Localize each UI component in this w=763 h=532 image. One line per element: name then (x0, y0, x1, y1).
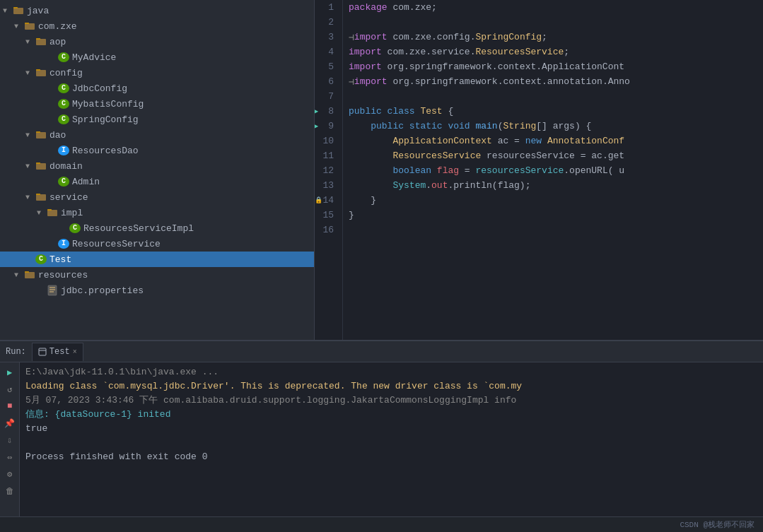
svg-rect-10 (36, 131, 40, 133)
code-line-9: public static void main(String[] args) { (349, 119, 757, 134)
tree-item-dao[interactable]: ▼ dao (0, 127, 314, 143)
svg-rect-9 (36, 132, 46, 138)
tree-item-service[interactable]: ▼ service (0, 189, 314, 205)
run-scroll-btn[interactable]: ⇩ (3, 433, 17, 447)
folder-icon-dao (35, 129, 47, 141)
tree-item-jdbcconfig[interactable]: ▶ C JdbcConfig (0, 81, 314, 96)
folder-icon-domain (35, 160, 47, 172)
tree-item-aop[interactable]: ▼ aop (0, 34, 314, 49)
label-myadvice: MyAdvice (72, 52, 116, 63)
tree-item-comzxe[interactable]: ▼ com.zxe (0, 18, 314, 34)
import5-name: org.springframework.context.ApplicationC… (388, 61, 624, 72)
run-wrap-btn[interactable]: ⇔ (3, 450, 17, 464)
label-domain: domain (49, 161, 83, 172)
ln-1: 1 (320, 0, 334, 15)
tree-item-domain[interactable]: ▼ domain (0, 158, 314, 174)
folder-icon-aop (35, 36, 47, 47)
run-filter-btn[interactable]: 🗑 (3, 484, 17, 498)
ln-2: 2 (320, 15, 334, 30)
run-stop-btn[interactable]: ■ (3, 399, 17, 413)
run-play-btn[interactable]: ▶ (3, 365, 17, 379)
class-icon-admin: C (58, 177, 69, 187)
tree-item-mybatisconfig[interactable]: ▶ C MybatisConfig (0, 96, 314, 112)
folder-icon-impl (47, 207, 58, 218)
label-dao: dao (49, 130, 66, 141)
code-line-14: } (349, 193, 757, 208)
tree-item-resourcesserviceimpl[interactable]: ▶ C ResourcesServiceImpl (0, 220, 314, 236)
debug-arrow-9: ▶ (315, 121, 318, 131)
folder-icon-service (35, 191, 47, 203)
console-text-4: 信息: {dataSource-1} inited (25, 408, 170, 422)
svg-rect-17 (25, 272, 35, 278)
run-tab-test[interactable]: Test × (32, 343, 83, 361)
import4-name: com.zxe.service. (388, 47, 476, 57)
console-text[interactable]: E:\Java\jdk-11.0.1\bin\java.exe ... Load… (20, 362, 763, 516)
class-icon-test: C (35, 254, 47, 264)
run-pin-btn[interactable]: 📌 (3, 416, 17, 430)
code-line-1: package com.zxe; (349, 0, 757, 15)
label-comzxe: com.zxe (38, 21, 77, 32)
folder-icon-java (13, 5, 24, 16)
tree-item-myadvice[interactable]: ▶ C MyAdvice (0, 49, 314, 65)
tree-item-test[interactable]: ▶ C Test (0, 252, 314, 267)
svg-rect-18 (25, 271, 29, 273)
code-editor: 1 2 3 4 5 6 7 ▶ 8 ▶ 9 10 11 12 13 (315, 0, 763, 340)
tree-item-springconfig[interactable]: ▶ C SpringConfig (0, 112, 314, 127)
ln-9: ▶ 9 (320, 119, 334, 134)
code-line-13: System.out.println(flag); (349, 178, 757, 193)
class-icon-mybatisconfig: C (58, 99, 69, 109)
code-area: 1 2 3 4 5 6 7 ▶ 8 ▶ 9 10 11 12 13 (315, 0, 763, 340)
label-aop: aop (49, 37, 66, 47)
label-impl: impl (61, 208, 83, 218)
status-bar: CSDN @栈老师不回家 (0, 516, 763, 532)
arrow-service: ▼ (25, 194, 35, 201)
tree-item-admin[interactable]: ▶ C Admin (0, 174, 314, 189)
ln-6: 6 (320, 74, 334, 89)
svg-rect-23 (39, 348, 46, 355)
debug-arrow-8: ▶ (315, 106, 318, 117)
tree-item-jdbcprops[interactable]: ▶ jdbc.properties (0, 283, 314, 298)
ln-16: 16 (320, 223, 334, 237)
label-resources: resources (38, 270, 88, 280)
line-numbers: 1 2 3 4 5 6 7 ▶ 8 ▶ 9 10 11 12 13 (315, 0, 343, 340)
folder-icon-config (35, 67, 47, 78)
code-line-4: import com.zxe.service.ResourcesService; (349, 45, 757, 59)
tree-item-resources[interactable]: ▼ resources (0, 267, 314, 283)
console-line-6 (25, 436, 757, 450)
code-line-10: ApplicationContext ac = new AnnotationCo… (349, 134, 757, 148)
import3-name: com.zxe.config. (392, 32, 475, 42)
console-text-7: Process finished with exit code 0 (25, 450, 207, 464)
run-tab-close[interactable]: × (73, 348, 77, 356)
kw-class8: class (388, 106, 421, 117)
run-tab-bar: Run: Test × (0, 341, 763, 362)
console-line-3: 5月 07, 2023 3:43:46 下午 com.alibaba.druid… (25, 394, 757, 408)
file-tree[interactable]: ▼ java ▼ com.zxe ▼ aop ▶ C MyAdvice ▼ co… (0, 0, 315, 340)
ln-12: 12 (320, 163, 334, 178)
code-content[interactable]: package com.zxe; ⊣import com.zxe.config.… (343, 0, 763, 340)
tree-item-config[interactable]: ▼ config (0, 65, 314, 81)
pkg-name: com.zxe; (392, 2, 436, 13)
label-rsi: ResourcesServiceImpl (83, 223, 194, 234)
run-settings-btn[interactable]: ⚙ (3, 467, 17, 481)
run-rerun-btn[interactable]: ↺ (3, 382, 17, 396)
tree-item-impl[interactable]: ▼ impl (0, 205, 314, 220)
tree-item-resourcesservice[interactable]: ▶ I ResourcesService (0, 236, 314, 252)
arrow-resources: ▼ (14, 271, 24, 279)
ln-4: 4 (320, 45, 334, 59)
status-text: CSDN @栈老师不回家 (680, 519, 755, 530)
code-line-11: ResourcesService resourcesService = ac.g… (349, 148, 757, 163)
ln-3: 3 (320, 30, 334, 45)
tree-item-java[interactable]: ▼ java (0, 3, 314, 18)
tree-item-resourcesdao[interactable]: ▶ I ResourcesDao (0, 143, 314, 158)
svg-rect-11 (36, 163, 46, 170)
svg-rect-16 (47, 209, 52, 211)
kw-package: package (349, 2, 392, 13)
console-output: ▶ ↺ ■ 📌 ⇩ ⇔ ⚙ 🗑 E:\Java\jdk-11.0.1\bin\j… (0, 362, 763, 516)
label-jdbcprops: jdbc.properties (61, 285, 144, 296)
label-rs: ResourcesService (72, 239, 161, 249)
console-line-1: E:\Java\jdk-11.0.1\bin\java.exe ... (25, 365, 757, 379)
arrow-java: ▼ (3, 7, 13, 15)
label-java: java (27, 6, 49, 16)
arrow-impl: ▼ (37, 209, 47, 217)
console-text-2: Loading class `com.mysql.jdbc.Driver'. T… (25, 379, 522, 394)
